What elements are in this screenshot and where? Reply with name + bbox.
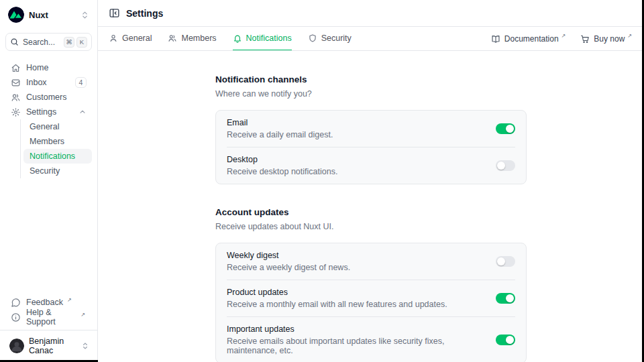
chat-bubble-icon bbox=[11, 298, 21, 308]
setting-title: Important updates bbox=[227, 324, 488, 334]
sidebar-item-inbox[interactable]: Inbox 4 bbox=[5, 75, 92, 90]
sidebar-item-notifications[interactable]: Notifications bbox=[23, 149, 92, 164]
account-updates-section: Account updates Receive updates about Nu… bbox=[215, 207, 527, 362]
inbox-count-badge: 4 bbox=[75, 77, 87, 88]
workspace-switcher[interactable]: Nuxt bbox=[5, 5, 92, 24]
email-toggle[interactable] bbox=[496, 123, 515, 134]
sidebar-footer: Feedback ↗ Help & Support ↗ Benjamin Can… bbox=[5, 295, 92, 357]
section-description: Where can we notify you? bbox=[215, 89, 527, 99]
section-title: Account updates bbox=[215, 207, 527, 217]
notification-channels-card: Email Receive a daily email digest. Desk… bbox=[215, 110, 527, 184]
external-link-icon: ↗ bbox=[627, 33, 632, 39]
setting-description: Receive a daily email digest. bbox=[227, 130, 333, 139]
account-updates-card: Weekly digest Receive a weekly digest of… bbox=[215, 243, 527, 362]
sidebar-item-members[interactable]: Members bbox=[23, 134, 92, 149]
desktop-toggle[interactable] bbox=[496, 160, 515, 171]
settings-subnav: General Members Notifications Security bbox=[20, 119, 92, 178]
sidebar-item-label: Inbox bbox=[26, 78, 47, 87]
main-panel: Settings General Members Notifications bbox=[98, 0, 644, 362]
buy-now-label: Buy now bbox=[594, 34, 625, 44]
user-name: Benjamin Canac bbox=[29, 337, 76, 355]
weekly-digest-toggle[interactable] bbox=[496, 256, 515, 267]
tab-label: Members bbox=[181, 34, 216, 43]
tab-label: General bbox=[122, 34, 152, 43]
gear-icon bbox=[11, 107, 21, 117]
notifications-settings-page: Notification channels Where can we notif… bbox=[98, 51, 644, 362]
users-icon bbox=[11, 93, 21, 103]
tab-label: Security bbox=[321, 34, 352, 43]
sidebar-item-label: Customers bbox=[26, 93, 66, 102]
app-window: Nuxt Search... ⌘ K Home bbox=[0, 0, 644, 362]
toolbar-actions: Documentation ↗ Buy now ↗ bbox=[491, 27, 633, 50]
kbd-meta: ⌘ bbox=[64, 37, 74, 48]
sidebar-item-settings[interactable]: Settings bbox=[5, 105, 92, 119]
documentation-label: Documentation bbox=[504, 34, 559, 44]
setting-description: Receive desktop notifications. bbox=[227, 167, 337, 176]
sidebar-item-label: Home bbox=[26, 63, 48, 72]
info-circle-icon bbox=[11, 312, 21, 322]
sidebar-collapse-icon[interactable] bbox=[109, 7, 120, 19]
external-link-icon: ↗ bbox=[561, 33, 566, 39]
setting-row-weekly-digest: Weekly digest Receive a weekly digest of… bbox=[216, 243, 526, 280]
documentation-link[interactable]: Documentation ↗ bbox=[491, 34, 567, 44]
section-title: Notification channels bbox=[215, 74, 527, 84]
sidebar: Nuxt Search... ⌘ K Home bbox=[0, 0, 98, 362]
sidebar-item-label: Settings bbox=[26, 107, 56, 117]
setting-description: Receive emails about important updates l… bbox=[227, 337, 488, 355]
tab-members[interactable]: Members bbox=[168, 27, 216, 50]
users-icon bbox=[168, 34, 177, 43]
tab-notifications[interactable]: Notifications bbox=[233, 27, 292, 50]
setting-description: Receive a weekly digest of news. bbox=[227, 263, 350, 272]
tab-security[interactable]: Security bbox=[308, 27, 352, 50]
sidebar-item-home[interactable]: Home bbox=[5, 60, 92, 75]
bell-icon bbox=[233, 34, 242, 43]
tab-label: Notifications bbox=[246, 34, 292, 43]
important-updates-toggle[interactable] bbox=[496, 335, 515, 345]
person-icon bbox=[109, 34, 118, 43]
shield-icon bbox=[308, 34, 317, 43]
sidebar-item-customers[interactable]: Customers bbox=[5, 90, 92, 105]
search-icon bbox=[10, 38, 19, 46]
setting-row-email: Email Receive a daily email digest. bbox=[216, 111, 526, 147]
sidebar-nav: Home Inbox 4 Customers Settings bbox=[5, 60, 92, 178]
sidebar-item-label: Members bbox=[30, 137, 64, 146]
setting-description: Receive a monthly email with all new fea… bbox=[227, 300, 447, 309]
chevrons-up-down-icon bbox=[81, 342, 89, 350]
product-updates-toggle[interactable] bbox=[496, 293, 515, 304]
settings-tabbar: General Members Notifications Security bbox=[98, 27, 644, 51]
divider bbox=[0, 330, 97, 330]
tab-general[interactable]: General bbox=[109, 27, 152, 50]
chevron-up-icon bbox=[78, 108, 87, 116]
page-header: Settings bbox=[98, 0, 644, 27]
setting-title: Weekly digest bbox=[227, 251, 350, 260]
book-open-icon bbox=[491, 34, 500, 44]
kbd-k: K bbox=[76, 37, 87, 48]
nuxt-logo-icon bbox=[8, 7, 24, 23]
search-shortcut: ⌘ K bbox=[64, 37, 87, 48]
setting-row-product-updates: Product updates Receive a monthly email … bbox=[216, 280, 526, 316]
chevrons-up-down-icon bbox=[80, 11, 89, 19]
page-title: Settings bbox=[126, 8, 163, 19]
notification-channels-section: Notification channels Where can we notif… bbox=[215, 74, 527, 184]
help-support-label: Help & Support bbox=[26, 308, 76, 326]
sidebar-item-label: Notifications bbox=[30, 152, 75, 161]
setting-title: Desktop bbox=[227, 155, 337, 164]
sidebar-item-label: Security bbox=[30, 166, 60, 176]
sidebar-item-general[interactable]: General bbox=[23, 119, 92, 134]
setting-title: Email bbox=[227, 118, 333, 127]
setting-row-desktop: Desktop Receive desktop notifications. bbox=[216, 147, 526, 184]
setting-title: Product updates bbox=[227, 288, 447, 297]
home-icon bbox=[11, 63, 21, 73]
help-support-link[interactable]: Help & Support ↗ bbox=[5, 310, 92, 324]
search-placeholder: Search... bbox=[23, 38, 55, 47]
user-menu[interactable]: Benjamin Canac bbox=[5, 335, 92, 357]
sidebar-item-label: General bbox=[30, 122, 59, 131]
buy-now-link[interactable]: Buy now ↗ bbox=[580, 34, 633, 44]
workspace-name: Nuxt bbox=[29, 10, 48, 20]
sidebar-item-security[interactable]: Security bbox=[23, 164, 92, 178]
external-link-icon: ↗ bbox=[67, 297, 72, 303]
shopping-cart-icon bbox=[580, 34, 590, 44]
avatar bbox=[9, 339, 24, 353]
search-input[interactable]: Search... ⌘ K bbox=[5, 33, 92, 51]
section-description: Receive updates about Nuxt UI. bbox=[215, 222, 527, 231]
